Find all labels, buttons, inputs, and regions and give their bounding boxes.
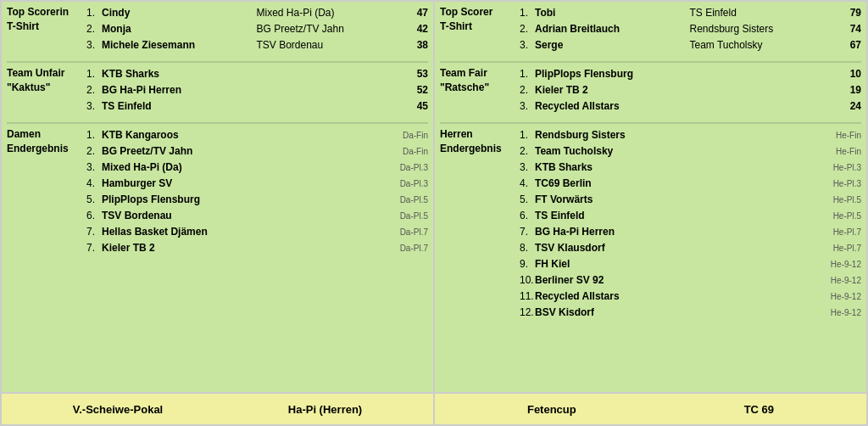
right-herren-list: 1. Rendsburg Sisters He-Fin 2. Team Tuch… [520,127,861,320]
herren-row-6: 6. TS Einfeld He-Pl.5 [520,208,861,223]
left-damen-content: 1. KTB Kangaroos Da-Fin 2. BG Preetz/TV … [86,127,428,255]
damen-row-3: 3. Mixed Ha-Pi (Da) Da-Pl.3 [86,160,428,175]
left-top-scorer-content: 1. Cindy Mixed Ha-Pi (Da) 47 2. Monja BG… [86,5,428,53]
right-herren-content: 1. Rendsburg Sisters He-Fin 2. Team Tuch… [520,127,861,320]
right-fair-row-1: 1. PlipPlops Flensburg 10 [520,66,861,81]
right-team-fair-section: Team Fair "Ratsche" 1. PlipPlops Flensbu… [440,66,861,114]
herren-row-2: 2. Team Tucholsky He-Fin [520,143,861,159]
herren-row-12: 12. BSV Kisdorf He-9-12 [520,305,861,320]
herren-row-5: 5. FT Vorwärts He-Pl.5 [520,192,861,207]
left-unfair-title: Team Unfair "Kaktus" [7,66,83,114]
right-divider-2 [440,122,861,124]
right-herren-section: Herren Endergebnis 1. Rendsburg Sisters … [440,127,861,384]
damen-row-2: 2. BG Preetz/TV Jahn Da-Fin [86,143,428,159]
herren-row-7: 7. BG Ha-Pi Herren He-Pl.7 [520,224,861,239]
herren-row-9: 9. FH Kiel He-9-12 [520,256,861,272]
right-top-scorer-title: Top Scorer T-Shirt [440,5,516,53]
right-fair-row-2: 2. Kieler TB 2 19 [520,82,861,98]
left-unfair-row-3: 3. TS Einfeld 45 [86,98,428,114]
right-fair-list: 1. PlipPlops Flensburg 10 2. Kieler TB 2… [520,66,861,114]
footer-left: V.-Scheiwe-Pokal Ha-Pi (Herren) [2,394,433,424]
footer: V.-Scheiwe-Pokal Ha-Pi (Herren) Fetencup… [2,394,866,424]
damen-row-1: 1. KTB Kangaroos Da-Fin [86,127,428,143]
left-panel: Top Scorerin T-Shirt 1. Cindy Mixed Ha-P… [2,2,433,392]
left-damen-section: Damen Endergebnis 1. KTB Kangaroos Da-Fi… [7,127,428,384]
herren-row-10: 10. Berliner SV 92 He-9-12 [520,272,861,288]
left-unfair-list: 1. KTB Sharks 53 2. BG Ha-Pi Herren 52 3… [86,66,428,114]
right-panel: Top Scorer T-Shirt 1. Tobi TS Einfeld 79 [435,2,866,392]
footer-right-label: Fetencup [527,403,576,416]
footer-right-value: TC 69 [744,403,774,416]
damen-row-5: 5. PlipPlops Flensburg Da-Pl.5 [86,192,428,207]
left-top-scorer-section: Top Scorerin T-Shirt 1. Cindy Mixed Ha-P… [7,5,428,53]
herren-row-1: 1. Rendsburg Sisters He-Fin [520,127,861,143]
right-scorer-row-1: 1. Tobi TS Einfeld 79 [520,5,861,20]
right-scorer-row-2: 2. Adrian Breitlauch Rendsburg Sisters 7… [520,21,861,36]
right-fair-content: 1. PlipPlops Flensburg 10 2. Kieler TB 2… [520,66,861,114]
footer-left-value: Ha-Pi (Herren) [288,403,362,416]
left-unfair-content: 1. KTB Sharks 53 2. BG Ha-Pi Herren 52 3… [86,66,428,114]
left-unfair-row-1: 1. KTB Sharks 53 [86,66,428,81]
main-content: Top Scorerin T-Shirt 1. Cindy Mixed Ha-P… [2,2,866,392]
left-divider-2 [7,122,428,124]
damen-row-4: 4. Hamburger SV Da-Pl.3 [86,176,428,191]
footer-right: Fetencup TC 69 [435,394,866,424]
left-scorer-row-3: 3. Michele Ziesemann TSV Bordenau 38 [86,37,428,53]
left-divider-1 [7,61,428,63]
damen-row-7: 7. Hellas Basket Djämen Da-Pl.7 [86,224,428,239]
left-damen-list: 1. KTB Kangaroos Da-Fin 2. BG Preetz/TV … [86,127,428,255]
herren-row-3: 3. KTB Sharks He-Pl.3 [520,160,861,175]
left-scorer-row-1: 1. Cindy Mixed Ha-Pi (Da) 47 [86,5,428,20]
damen-row-8: 7. Kieler TB 2 Da-Pl.7 [86,240,428,255]
page-container: Top Scorerin T-Shirt 1. Cindy Mixed Ha-P… [0,0,868,426]
right-fair-row-3: 3. Recycled Allstars 24 [520,98,861,114]
herren-row-8: 8. TSV Klausdorf He-Pl.7 [520,240,861,255]
left-top-scorer-title: Top Scorerin T-Shirt [7,5,83,53]
damen-row-6: 6. TSV Bordenau Da-Pl.5 [86,208,428,223]
left-damen-title: Damen Endergebnis [7,127,83,255]
left-top-scorer-list: 1. Cindy Mixed Ha-Pi (Da) 47 2. Monja BG… [86,5,428,53]
right-fair-title: Team Fair "Ratsche" [440,66,516,114]
left-team-unfair-section: Team Unfair "Kaktus" 1. KTB Sharks 53 2. [7,66,428,114]
right-divider-1 [440,61,861,63]
right-scorer-row-3: 3. Serge Team Tucholsky 67 [520,37,861,53]
herren-row-4: 4. TC69 Berlin He-Pl.3 [520,176,861,191]
herren-row-11: 11. Recycled Allstars He-9-12 [520,289,861,304]
right-top-scorer-list: 1. Tobi TS Einfeld 79 2. Adrian Breitlau… [520,5,861,53]
left-scorer-row-2: 2. Monja BG Preetz/TV Jahn 42 [86,21,428,36]
right-herren-title: Herren Endergebnis [440,127,516,320]
right-top-scorer-content: 1. Tobi TS Einfeld 79 2. Adrian Breitlau… [520,5,861,53]
left-unfair-row-2: 2. BG Ha-Pi Herren 52 [86,82,428,98]
footer-left-label: V.-Scheiwe-Pokal [73,403,163,416]
right-top-scorer-section: Top Scorer T-Shirt 1. Tobi TS Einfeld 79 [440,5,861,53]
